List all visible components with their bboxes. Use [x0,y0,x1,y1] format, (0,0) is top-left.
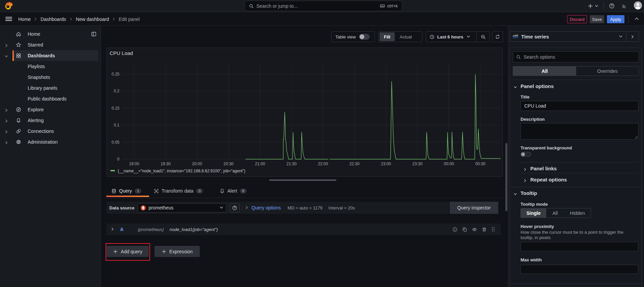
svg-text:{__name__="node_load1", instan: {__name__="node_load1", instance="192.16… [118,169,245,173]
svg-text:0.25: 0.25 [112,72,120,77]
svg-text:20:30: 20:30 [223,162,233,166]
svg-text:0.15: 0.15 [112,106,120,111]
svg-text:0.05: 0.05 [112,140,120,145]
svg-text:00:00: 00:00 [444,162,454,166]
svg-text:0: 0 [117,157,119,162]
svg-text:19:00: 19:00 [129,162,139,166]
svg-text:21:00: 21:00 [255,162,265,166]
svg-text:0.1: 0.1 [114,123,119,127]
svg-text:21:30: 21:30 [286,162,297,166]
svg-text:19:30: 19:30 [161,162,171,166]
svg-text:00:30: 00:30 [475,162,485,166]
svg-text:22:00: 22:00 [318,162,328,166]
svg-text:0.2: 0.2 [114,89,119,93]
svg-text:20:00: 20:00 [192,162,202,166]
svg-text:23:00: 23:00 [381,162,391,166]
svg-text:23:30: 23:30 [412,162,422,166]
svg-text:22:30: 22:30 [349,162,360,166]
